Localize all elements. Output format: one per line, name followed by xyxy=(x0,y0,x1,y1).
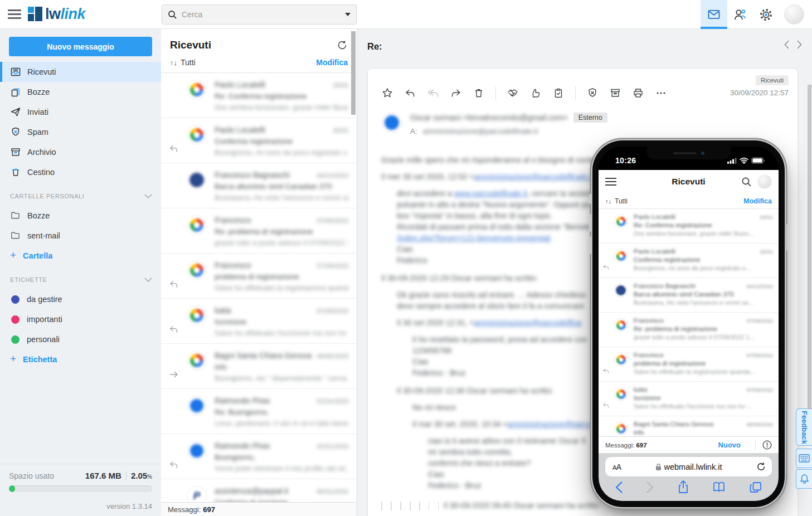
list-item[interactable]: Passistenza@paypal.it06/01/2022Conferma … xyxy=(161,479,357,502)
list-item[interactable]: Francesco Bagnaschi04/12/2022Barca allum… xyxy=(161,163,357,208)
sender-avatar-wrap xyxy=(187,299,208,343)
star-icon[interactable] xyxy=(381,87,393,99)
list-item[interactable]: Raimondo Piras01/01/2022Buongiorno,Vorre… xyxy=(161,434,357,479)
body-link[interactable]: www.parcodelfinale.it xyxy=(454,189,528,198)
compose-button[interactable]: Nuovo messaggio xyxy=(9,37,152,56)
personal-folders-section-header[interactable]: CARTELLE PERSONALI xyxy=(0,187,161,206)
list-item[interactable]: Francesco07/09/2022problema di registraz… xyxy=(161,254,357,299)
list-item[interactable]: Raimondo Piras01/01/2022Re: Buongiorno,L… xyxy=(161,389,357,434)
list-item[interactable]: Paolo Locatelli25/01Re: Conferma registr… xyxy=(599,209,779,244)
notifications-button[interactable] xyxy=(796,469,812,489)
sidebar-item-archivio[interactable]: Archivio xyxy=(0,142,161,162)
body-link[interactable]: amministrazione@parco xyxy=(508,420,592,429)
add-folder-button[interactable]: + Cartella xyxy=(0,246,161,266)
personal-folder-bozze[interactable]: Bozze xyxy=(0,206,161,226)
phone-sync-alert-icon[interactable] xyxy=(762,440,772,450)
body-link[interactable]: /index.php?forum=121-benvenuto-presentat… xyxy=(397,233,551,242)
reply-all-icon[interactable] xyxy=(427,87,439,99)
sidebar-item-spam[interactable]: Spam xyxy=(0,122,161,142)
forward-icon[interactable] xyxy=(450,87,462,99)
previous-message-icon[interactable] xyxy=(784,40,789,49)
mail-tab[interactable] xyxy=(701,0,727,29)
list-item[interactable]: Paolo Locatelli25/01Re: Conferma registr… xyxy=(161,73,357,118)
phone-new-message-button[interactable]: Nuovo xyxy=(718,441,741,449)
clipboard-check-icon[interactable] xyxy=(552,87,565,99)
more-options-icon[interactable] xyxy=(655,87,667,99)
settings-button[interactable] xyxy=(753,0,779,29)
handshake-icon[interactable] xyxy=(507,87,519,99)
reload-icon[interactable] xyxy=(757,462,766,471)
thumbs-up-icon[interactable] xyxy=(529,87,542,99)
text-size-button[interactable]: AA xyxy=(612,463,621,471)
label-item-personali[interactable]: personali xyxy=(0,329,161,349)
share-icon[interactable] xyxy=(678,480,689,494)
phone-list-footer: Messaggi: 697 Nuovo xyxy=(599,436,779,453)
browser-back-icon[interactable] xyxy=(615,481,623,493)
list-item[interactable]: Bagni Santa Chiara Genova06/06/2022infoB… xyxy=(161,344,357,389)
bell-icon xyxy=(800,474,809,484)
google-logo-blob xyxy=(616,424,626,434)
list-item[interactable]: Francesco07/09/2022problema di registraz… xyxy=(599,347,779,382)
replied-marker-icon xyxy=(161,118,187,163)
list-item-topline: assistenza@paypal.it06/01/2022 xyxy=(215,486,349,495)
body-link[interactable]: amministrazione@parcodelfina xyxy=(474,318,581,327)
label-item-importanti[interactable]: importanti xyxy=(0,309,161,329)
reply-icon[interactable] xyxy=(404,87,416,99)
sidebar-item-inviati[interactable]: Inviati xyxy=(0,102,161,122)
list-footer: Messaggi: 697 xyxy=(161,502,357,516)
list-item[interactable]: katia07/09/2022IscrizioneSalve ho effett… xyxy=(161,299,357,344)
menu-icon[interactable] xyxy=(8,7,21,22)
browser-forward-icon[interactable] xyxy=(646,481,654,493)
edit-list-button[interactable]: Modifica xyxy=(316,58,348,67)
contacts-button[interactable] xyxy=(727,0,753,29)
bookmarks-icon[interactable] xyxy=(712,481,726,493)
search-input[interactable] xyxy=(182,10,345,19)
list-item[interactable]: Francesco07/09/2022Re: problema di regis… xyxy=(599,313,779,347)
personal-folder-sent-mail[interactable]: sent-mail xyxy=(0,226,161,246)
message-date: 25/01 xyxy=(333,82,349,89)
list-item[interactable]: Paolo Locatelli25/01Conferma registrazio… xyxy=(161,118,357,163)
body-link[interactable]: amministrazione@parcodelfinale.it xyxy=(474,172,594,181)
search-bar[interactable] xyxy=(162,4,357,25)
sidebar-item-label: Ricevuti xyxy=(27,67,56,76)
archive-icon[interactable] xyxy=(609,87,621,99)
list-item[interactable]: Francesco Bagnaschi04/12/2022Barca allum… xyxy=(599,278,779,313)
sort-filter-label[interactable]: Tutti xyxy=(181,58,196,67)
list-item[interactable]: Paolo Locatelli25/01Conferma registrazio… xyxy=(599,244,779,278)
sidebar-item-bozze[interactable]: Bozze xyxy=(0,82,161,102)
list-item-topline: Paolo Locatelli25/01 xyxy=(634,248,773,255)
list-item[interactable]: Bagni Santa Chiara Genova06/06/2022infoB… xyxy=(599,416,779,436)
next-message-icon[interactable] xyxy=(797,40,802,49)
list-scrollbar[interactable] xyxy=(351,31,356,115)
tabs-icon[interactable] xyxy=(750,481,762,493)
delete-icon[interactable] xyxy=(473,87,485,99)
feedback-tab[interactable]: Feedback xyxy=(796,408,812,446)
user-avatar[interactable] xyxy=(784,4,804,25)
reading-scrollbar[interactable] xyxy=(808,85,811,430)
print-icon[interactable] xyxy=(632,87,644,99)
list-item[interactable]: katia07/09/2022IscrizioneSalve ho effett… xyxy=(599,382,779,416)
marker-space xyxy=(161,73,187,118)
phone-sort-filter-label[interactable]: Tutti xyxy=(615,197,628,205)
message-snippet: Salve ho effettuato la registrazione qua… xyxy=(215,284,349,292)
sender-block: Oscar sormani <timvalnocomito@gmail.com>… xyxy=(381,112,784,135)
spam-shield-icon[interactable] xyxy=(586,87,599,99)
message-subject: Barca alluminio simil Canadian 370 xyxy=(215,182,349,191)
keyboard-shortcuts-button[interactable] xyxy=(796,449,812,468)
message-subject: problema di registrazione xyxy=(215,272,349,281)
refresh-icon[interactable] xyxy=(337,40,348,51)
personal-folder-list: Bozzesent-mail xyxy=(0,206,161,246)
search-scope-caret-icon[interactable] xyxy=(345,13,351,16)
topbar-actions xyxy=(701,0,808,29)
add-label-button[interactable]: + Etichetta xyxy=(0,349,161,369)
phone-address-bar[interactable]: AA webmail.lwlink.it xyxy=(605,457,772,476)
phone-search-icon[interactable] xyxy=(741,177,752,187)
sidebar-item-ricevuti[interactable]: Ricevuti xyxy=(0,62,161,82)
list-item[interactable]: Francesco07/09/2022Re: problema di regis… xyxy=(161,208,357,254)
label-item-da-gestire[interactable]: da gestire xyxy=(0,289,161,309)
labels-section-header[interactable]: ETICHETTE xyxy=(0,270,161,289)
phone-user-avatar[interactable] xyxy=(757,174,772,189)
sidebar-item-cestino[interactable]: Cestino xyxy=(0,162,161,182)
phone-edit-button[interactable]: Modifica xyxy=(743,197,772,205)
body-text: Ricordati di passare prima di tutto dall… xyxy=(397,222,592,231)
